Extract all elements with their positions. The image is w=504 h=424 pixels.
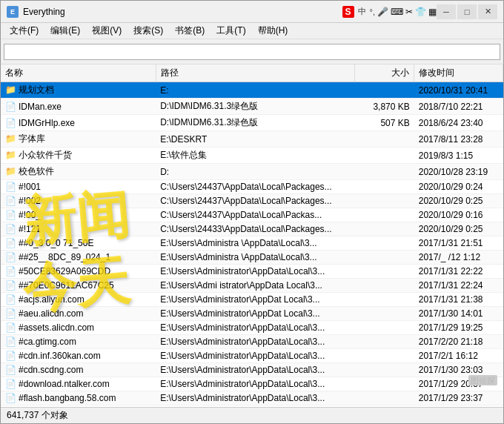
table-body: 📁规划文档E:2020/10/31 20:41📄IDMan.exeD:\IDM\… (1, 82, 503, 408)
header-path[interactable]: 路径 (156, 64, 355, 82)
close-button[interactable]: ✕ (478, 4, 497, 19)
file-icon: 📄 (5, 308, 16, 319)
cell-size (355, 293, 414, 307)
header-date[interactable]: 修改时间 (414, 64, 503, 82)
header-name[interactable]: 名称 (1, 64, 156, 82)
table-row[interactable]: 📄IDMGrHlp.exeD:\IDM\IDM6.31.3绿色版507 KB20… (1, 115, 503, 131)
cell-path: E:\Users\Administrator\AppData\Local\3..… (156, 321, 355, 335)
file-icon: 📄 (5, 365, 16, 375)
file-icon: 📄 (5, 337, 16, 347)
cell-name: 📄IDMan.exe (1, 99, 156, 115)
cell-path: C:\Users\24437\AppData\Local\Packages... (156, 180, 355, 194)
cell-size (355, 377, 414, 391)
menu-help[interactable]: 帮助(H) (252, 24, 294, 39)
cell-path: E:\Users\Administrator\AppData\Local\3..… (156, 377, 355, 391)
minimize-button[interactable]: ─ (437, 4, 456, 19)
table-row[interactable]: 📄#cdn.scdng.comE:\Users\Administrator\Ap… (1, 363, 503, 377)
maximize-button[interactable]: □ (457, 4, 477, 19)
cell-path: D:\IDM\IDM6.31.3绿色版 (156, 99, 355, 115)
cell-date: 2018/6/24 23:40 (414, 115, 503, 131)
table-row[interactable]: 📄##25__8DC_89_024_1E:\Users\Administra \… (1, 251, 503, 265)
file-icon: 📄 (5, 294, 16, 305)
table-row[interactable]: 📄#assets.alicdn.comE:\Users\Administrato… (1, 321, 503, 335)
file-icon: 📄 (5, 182, 16, 192)
header-size[interactable]: 大小 (355, 64, 414, 82)
menu-file[interactable]: 文件(F) (4, 24, 44, 39)
cell-path: E:\软件总集 (156, 148, 355, 164)
cell-name: 📄##25__8DC_89_024_1 (1, 251, 156, 265)
file-icon: 📄 (5, 379, 16, 389)
cell-size (355, 349, 414, 363)
cell-name: 📄#acjs.aliyun.com (1, 293, 156, 307)
cell-date: 2017/_ /12 1:12 (414, 251, 503, 265)
cell-date: 2020/10/29 0:24 (414, 180, 503, 194)
table-row[interactable]: 📄#50CE83629A069CDDE:\Users\Administrator… (1, 265, 503, 279)
table-row[interactable]: 📄#flash.bangbang.58.comE:\Users\Administ… (1, 391, 503, 405)
table-row[interactable]: 📄IDMan.exeD:\IDM\IDM6.31.3绿色版3,870 KB201… (1, 99, 503, 115)
cell-date: 2017/1/31 22:22 (414, 265, 503, 279)
cell-date: 2019/8/3 1:15 (414, 148, 503, 164)
keyboard-icon: ⌨ (391, 7, 403, 17)
cell-name: 📁字体库 (1, 131, 156, 148)
table-row[interactable]: 📄#g.alicdn.comE:\Users\Administrator\App… (1, 405, 503, 408)
cell-date: 2017/2/1 16:12 (414, 349, 503, 363)
cell-size: 507 KB (355, 115, 414, 131)
table-row[interactable]: 📄#ca.gtimg.comE:\Users\Administrator\App… (1, 335, 503, 349)
cell-size (355, 131, 414, 148)
table-row[interactable]: 📁规划文档E:2020/10/31 20:41 (1, 82, 503, 99)
menu-view[interactable]: 视图(V) (86, 24, 127, 39)
cell-name: 📄#cdn.scdng.com (1, 363, 156, 377)
title-bar: E Everything S 中 °, 🎤 ⌨ ✂ 👕 ▦ ─ □ ✕ (1, 1, 503, 23)
cell-date: 2017/1/29 19:25 (414, 321, 503, 335)
cell-name: 📁小众软件千货 (1, 148, 156, 164)
cell-name: 📄#!00_ (1, 208, 156, 222)
table-row[interactable]: 📁字体库E:\DESKRT2017/8/11 23:28 (1, 131, 503, 148)
cell-path: E:\Users\Administrator\AppData\Local\3..… (156, 349, 355, 363)
cell-path: E:\Users\Administrator\AppDat Local\3... (156, 293, 355, 307)
app-icon: E (7, 6, 19, 18)
main-window: E Everything S 中 °, 🎤 ⌨ ✂ 👕 ▦ ─ □ ✕ 文件(F… (0, 0, 504, 424)
cell-size (355, 82, 414, 99)
cell-name: 📄#!001 (1, 180, 156, 194)
table-row[interactable]: 📄##70E0C9611AC67C25E:\Users\Admi istrato… (1, 279, 503, 293)
cell-date: 2017/1/30 13:58 (414, 405, 503, 408)
tshirt-icon: 👕 (415, 7, 426, 17)
search-input[interactable] (4, 44, 500, 60)
cell-path: D: (156, 164, 355, 180)
table-row[interactable]: 📁小众软件千货E:\软件总集2019/8/3 1:15 (1, 148, 503, 164)
s-icon: S (342, 6, 354, 18)
cell-name: 📄IDMGrHlp.exe (1, 115, 156, 131)
cell-date: 2017/1/31 22:24 (414, 279, 503, 293)
menu-search[interactable]: 搜索(S) (127, 24, 169, 39)
cell-date: 2020/10/31 20:41 (414, 82, 503, 99)
cell-size (355, 279, 414, 293)
cell-date: 2017/1/29 20:57 (414, 377, 503, 391)
cell-date: 2017/1/30 23:03 (414, 363, 503, 377)
menu-tools[interactable]: 工具(T) (210, 24, 251, 39)
cell-date: 2017/8/11 23:28 (414, 131, 503, 148)
table-row[interactable]: 📄#!002C:\Users\24437\AppData\Local\Packa… (1, 194, 503, 208)
cell-size (355, 180, 414, 194)
toolbar (1, 39, 503, 64)
table-row[interactable]: 📄#cdn.inf.360kan.comE:\Users\Administrat… (1, 349, 503, 363)
cell-name: 📁校色软件 (1, 164, 156, 180)
menu-edit[interactable]: 编辑(E) (44, 24, 86, 39)
system-tray: S 中 °, 🎤 ⌨ ✂ 👕 ▦ (342, 6, 437, 18)
cell-path: E:\DESKRT (156, 131, 355, 148)
cell-size (355, 164, 414, 180)
table-row[interactable]: 📁校色软件D:2020/10/28 23:19 (1, 164, 503, 180)
cell-size (355, 405, 414, 408)
menu-bookmarks[interactable]: 书签(B) (169, 24, 210, 39)
table-row[interactable]: 📄##0_3 0_0 71_50EE:\Users\Administra \Ap… (1, 236, 503, 251)
cell-path: E:\Users\Administrator\AppDat Local\3... (156, 307, 355, 321)
table-row[interactable]: 📄#acjs.aliyun.comE:\Users\Administrator\… (1, 293, 503, 307)
table-row[interactable]: 📄#!00_C:\Users\24437\AppData\Local\Packa… (1, 208, 503, 222)
file-table-container[interactable]: 名称 路径 大小 修改时间 📁规划文档E:2020/10/31 20:41📄ID… (1, 64, 503, 407)
cell-name: 📄#50CE83629A069CDD (1, 265, 156, 279)
table-row[interactable]: 📄#!121C:\Users\24433\AppData\Local\Packa… (1, 222, 503, 236)
file-icon: 📄 (5, 196, 16, 206)
table-row[interactable]: 📄#download.ntalker.comE:\Users\Administr… (1, 377, 503, 391)
table-row[interactable]: 📄#!001C:\Users\24437\AppData\Local\Packa… (1, 180, 503, 194)
cell-date: 2017/1/30 14:01 (414, 307, 503, 321)
table-row[interactable]: 📄#aeu.alicdn.comE:\Users\Administrator\A… (1, 307, 503, 321)
